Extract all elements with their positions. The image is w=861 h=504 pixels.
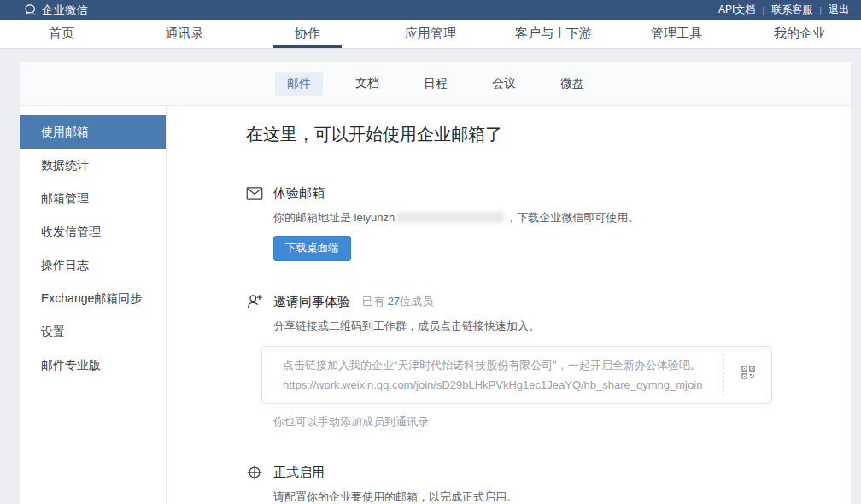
- mailbox-address-line: 你的邮箱地址是 leiyunzh，下载企业微信即可使用。: [273, 209, 851, 226]
- address-prefix: 你的邮箱地址是 leiyunzh: [273, 211, 395, 224]
- invite-member-icon: [246, 293, 263, 310]
- subtab-calendar[interactable]: 日程: [412, 72, 460, 96]
- sidebar-item-mailbox-management[interactable]: 邮箱管理: [20, 182, 166, 215]
- mail-sidebar: 使用邮箱 数据统计 邮箱管理 收发信管理 操作日志 Exchange邮箱同步 设…: [20, 106, 167, 504]
- nav-label: 应用管理: [405, 26, 456, 42]
- sidebar-item-use-mailbox[interactable]: 使用邮箱: [20, 115, 166, 149]
- content-panel: 邮件 文档 日程 会议 微盘 使用邮箱 数据统计 邮箱管理 收发信管理 操作日志…: [20, 62, 851, 504]
- nav-item-app-management[interactable]: 应用管理: [369, 20, 492, 48]
- nav-label: 管理工具: [651, 26, 702, 42]
- main-content: 在这里，可以开始使用企业邮箱了 体验邮箱 你的邮箱地址是 leiyunzh，下载…: [167, 106, 851, 504]
- nav-label: 客户与上下游: [515, 26, 592, 42]
- section-try-mailbox: 体验邮箱 你的邮箱地址是 leiyunzh，下载企业微信即可使用。 下载桌面端: [246, 185, 851, 261]
- nav-item-collaboration[interactable]: 协作: [246, 20, 369, 48]
- share-link-box: 点击链接加入我的企业“天津时代怡诺科技股份有限公司”，一起开启全新办公体验吧。 …: [261, 346, 772, 404]
- wecom-logo-icon: [24, 3, 37, 16]
- badge-prefix: 已有: [362, 295, 388, 308]
- nav-label: 通讯录: [166, 26, 204, 42]
- collab-subtabs: 邮件 文档 日程 会议 微盘: [20, 62, 851, 106]
- logout-link[interactable]: 退出: [829, 3, 849, 17]
- section-invite: 邀请同事体验 已有 27位成员 分享链接或二维码到工作群，成员点击链接快速加入。…: [246, 293, 851, 430]
- invite-description: 分享链接或二维码到工作群，成员点击链接快速加入。: [273, 318, 851, 334]
- launch-description: 请配置你的企业要使用的邮箱，以完成正式启用。: [273, 489, 851, 504]
- active-tab-underline: [273, 45, 342, 48]
- nav-label: 首页: [49, 26, 74, 42]
- envelope-icon: [246, 186, 263, 201]
- badge-suffix: 位成员: [400, 295, 433, 308]
- section-title: 体验邮箱: [273, 185, 325, 202]
- subtab-docs[interactable]: 文档: [343, 72, 391, 96]
- topbar: 企业微信 API文档 | 联系客服 | 退出: [0, 0, 861, 20]
- main-nav: 首页 通讯录 协作 应用管理 客户与上下游 管理工具 我的企业: [0, 20, 861, 49]
- brand: 企业微信: [12, 3, 88, 18]
- nav-label: 协作: [295, 26, 320, 42]
- sidebar-item-operation-log[interactable]: 操作日志: [20, 249, 166, 282]
- panel-body: 使用邮箱 数据统计 邮箱管理 收发信管理 操作日志 Exchange邮箱同步 设…: [20, 106, 851, 504]
- nav-item-my-company[interactable]: 我的企业: [738, 20, 861, 48]
- sidebar-item-settings[interactable]: 设置: [20, 315, 166, 349]
- topbar-links: API文档 | 联系客服 | 退出: [718, 3, 849, 17]
- sidebar-item-send-receive[interactable]: 收发信管理: [20, 215, 166, 249]
- address-suffix: ，下载企业微信即可使用。: [506, 211, 639, 224]
- separator: |: [762, 5, 764, 15]
- share-invite-text: 点击链接加入我的企业“天津时代怡诺科技股份有限公司”，一起开启全新办公体验吧。: [283, 355, 710, 375]
- email-redacted-blur: [396, 212, 504, 223]
- nav-label: 我的企业: [774, 26, 825, 42]
- member-count-badge: 已有 27位成员: [362, 294, 433, 309]
- member-count: 27: [388, 295, 400, 308]
- share-invite-url[interactable]: https://work.weixin.qq.com/join/sD29bLHk…: [283, 375, 710, 395]
- nav-item-admin-tools[interactable]: 管理工具: [615, 20, 738, 48]
- manual-add-hint: 你也可以手动添加成员到通讯录: [273, 414, 851, 430]
- subtab-meeting[interactable]: 会议: [480, 72, 528, 96]
- download-desktop-button[interactable]: 下载桌面端: [273, 236, 351, 261]
- section-launch: 正式启用 请配置你的企业要使用的邮箱，以完成正式启用。: [246, 464, 851, 504]
- app-title: 企业微信: [42, 3, 88, 18]
- sidebar-item-mail-pro[interactable]: 邮件专业版: [20, 349, 166, 382]
- section-title: 正式启用: [273, 465, 325, 481]
- nav-item-home[interactable]: 首页: [0, 20, 123, 48]
- separator: |: [819, 5, 822, 15]
- api-docs-link[interactable]: API文档: [718, 3, 755, 17]
- qr-code-button[interactable]: [723, 354, 771, 396]
- sidebar-item-statistics[interactable]: 数据统计: [20, 149, 166, 182]
- launch-compass-icon: [246, 464, 263, 481]
- nav-item-contacts[interactable]: 通讯录: [123, 20, 246, 48]
- sidebar-item-exchange-sync[interactable]: Exchange邮箱同步: [20, 282, 166, 315]
- section-title: 邀请同事体验: [273, 294, 350, 310]
- subtab-mail[interactable]: 邮件: [275, 72, 323, 96]
- contact-support-link[interactable]: 联系客服: [771, 3, 812, 17]
- qr-code-icon: [741, 366, 755, 385]
- nav-item-customers[interactable]: 客户与上下游: [492, 20, 615, 48]
- page-title: 在这里，可以开始使用企业邮箱了: [246, 122, 851, 146]
- subtab-drive[interactable]: 微盘: [548, 72, 596, 96]
